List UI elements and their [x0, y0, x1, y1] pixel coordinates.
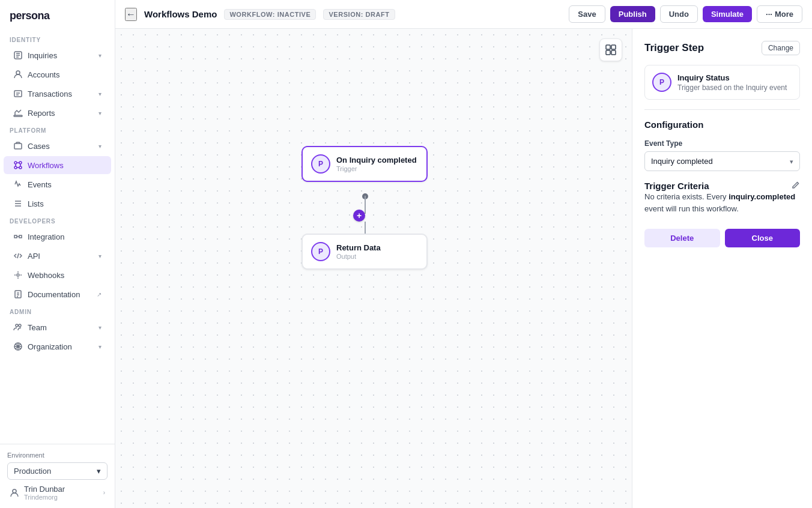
user-profile[interactable]: Trin Dunbar Trindemorg › [7, 480, 108, 501]
sidebar-item-workflows[interactable]: Workflows [4, 156, 111, 174]
team-label: Team [28, 323, 47, 332]
workflow-canvas[interactable]: P On Inquiry completed Trigger + P Retur… [115, 29, 632, 508]
trigger-card-icon: P [652, 73, 671, 92]
sidebar-item-lists[interactable]: Lists [4, 195, 111, 213]
svg-rect-2 [14, 91, 22, 97]
external-link-icon: ↗ [97, 291, 102, 298]
sidebar-item-inquiries[interactable]: Inquiries ▾ [4, 46, 111, 64]
panel-title: Trigger Step [644, 42, 704, 54]
documentation-label: Documentation [28, 290, 80, 299]
lists-icon [13, 199, 23, 208]
criteria-text-before: No criteria exists. Every [644, 192, 729, 201]
organization-label: Organization [28, 342, 72, 351]
user-chevron: › [103, 489, 105, 496]
transactions-label: Transactions [28, 89, 72, 98]
sidebar-item-webhooks[interactable]: Webhooks [4, 266, 111, 284]
organization-icon [13, 342, 23, 351]
api-icon [13, 251, 23, 261]
sidebar-item-cases[interactable]: Cases ▾ [4, 137, 111, 155]
user-icon [10, 488, 19, 498]
app-logo: persona [0, 0, 115, 32]
trigger-node-icon: P [311, 154, 330, 174]
trigger-criteria-section: Trigger Criteria No criteria exists. Eve… [644, 181, 800, 214]
undo-button[interactable]: Undo [660, 5, 698, 23]
cases-chevron: ▾ [98, 143, 102, 150]
more-button[interactable]: ··· More [757, 5, 802, 23]
sidebar-item-events[interactable]: Events [4, 175, 111, 193]
topbar-actions: Save Publish Undo Simulate ··· More [569, 5, 802, 23]
reports-label: Reports [28, 109, 55, 118]
sidebar: persona IDENTITY Inquiries ▾ Accounts Tr… [0, 0, 115, 508]
criteria-edit-icon[interactable] [792, 181, 800, 191]
api-chevron: ▾ [98, 253, 102, 259]
close-button[interactable]: Close [725, 229, 801, 247]
topbar: ← Workflows Demo WORKFLOW: INACTIVE VERS… [115, 0, 812, 29]
sidebar-item-integration[interactable]: Integration [4, 228, 111, 246]
trigger-name: Inquiry Status [677, 73, 787, 82]
event-type-label: Event Type [644, 139, 800, 148]
trigger-node-content: On Inquiry completed Trigger [336, 156, 417, 172]
output-node-content: Return Data Output [336, 243, 381, 260]
event-type-field: Event Type Inquiry completed ▾ [644, 139, 800, 171]
sidebar-item-team[interactable]: Team ▾ [4, 318, 111, 336]
simulate-button[interactable]: Simulate [703, 6, 752, 22]
environment-select[interactable]: Production ▾ [7, 462, 108, 480]
svg-rect-21 [611, 45, 616, 49]
environment-label: Environment [7, 452, 108, 459]
back-button[interactable]: ← [125, 8, 137, 21]
change-button[interactable]: Change [762, 41, 800, 55]
events-label: Events [28, 180, 52, 189]
save-button[interactable]: Save [569, 5, 605, 23]
cases-label: Cases [28, 142, 50, 151]
workflow-status-badge: WORKFLOW: INACTIVE [224, 9, 316, 20]
organization-chevron: ▾ [98, 343, 102, 350]
trigger-node-title: On Inquiry completed [336, 156, 417, 165]
svg-rect-23 [611, 50, 616, 55]
trigger-node[interactable]: P On Inquiry completed Trigger [301, 146, 428, 182]
delete-button[interactable]: Delete [644, 229, 720, 247]
output-node[interactable]: P Return Data Output [301, 234, 428, 270]
user-info: Trin Dunbar Trindemorg [24, 485, 98, 501]
main-content: ← Workflows Demo WORKFLOW: INACTIVE VERS… [115, 0, 812, 508]
sidebar-item-transactions[interactable]: Transactions ▾ [4, 85, 111, 103]
team-icon [13, 322, 23, 332]
panel-header: Trigger Step Change [644, 41, 800, 55]
identity-section-label: IDENTITY [0, 32, 115, 46]
accounts-label: Accounts [28, 70, 59, 79]
workflows-icon [13, 160, 23, 170]
user-org: Trindemorg [24, 494, 98, 501]
api-label: API [28, 252, 40, 261]
environment-value: Production [14, 467, 51, 476]
output-node-subtitle: Output [336, 253, 381, 260]
svg-point-5 [14, 162, 17, 164]
output-node-title: Return Data [336, 243, 381, 252]
sidebar-item-accounts[interactable]: Accounts [4, 65, 111, 83]
criteria-title: Trigger Criteria [644, 181, 709, 191]
svg-rect-22 [606, 50, 610, 55]
integration-label: Integration [28, 232, 64, 241]
reports-chevron: ▾ [98, 110, 102, 116]
accounts-icon [13, 70, 23, 79]
svg-rect-3 [14, 115, 22, 116]
event-type-select[interactable]: Inquiry completed [645, 152, 799, 171]
criteria-text-after: event will run this workflow. [644, 204, 739, 213]
inquiries-icon [13, 50, 23, 60]
sidebar-item-organization[interactable]: Organization ▾ [4, 337, 111, 355]
publish-button[interactable]: Publish [610, 6, 655, 22]
right-panel: Trigger Step Change P Inquiry Status Tri… [632, 29, 812, 508]
sidebar-item-reports[interactable]: Reports ▾ [4, 104, 111, 122]
user-name: Trin Dunbar [24, 485, 98, 494]
trigger-node-subtitle: Trigger [336, 165, 417, 172]
version-status-badge: VERSION: DRAFT [323, 9, 395, 20]
webhooks-label: Webhooks [28, 271, 64, 280]
platform-section-label: PLATFORM [0, 122, 115, 136]
canvas-controls[interactable] [599, 38, 622, 61]
inquiries-label: Inquiries [28, 51, 57, 60]
svg-point-7 [14, 166, 17, 169]
documentation-icon [13, 289, 23, 299]
workflows-label: Workflows [28, 161, 64, 170]
sidebar-item-documentation[interactable]: Documentation ↗ [4, 285, 111, 303]
sidebar-item-api[interactable]: API ▾ [4, 247, 111, 265]
add-step-button[interactable]: + [353, 210, 365, 222]
team-chevron: ▾ [98, 324, 102, 331]
